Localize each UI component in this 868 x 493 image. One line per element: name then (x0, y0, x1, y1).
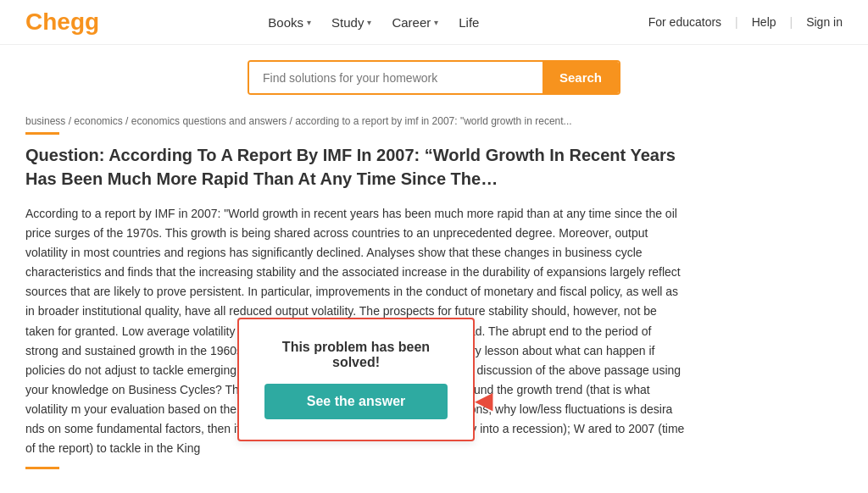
main-content: Question: According To A Report By IMF I… (0, 143, 712, 458)
nav-life[interactable]: Life (459, 15, 479, 30)
question-title-text: According To A Report By IMF In 2007: “W… (25, 146, 676, 188)
nav-study[interactable]: Study ▾ (331, 15, 371, 30)
sign-in-link[interactable]: Sign in (806, 15, 843, 29)
accent-line (25, 132, 59, 135)
search-section: Search (0, 45, 868, 110)
see-answer-button[interactable]: See the answer (264, 384, 448, 419)
header-actions: For educators | Help | Sign in (648, 15, 843, 29)
search-input[interactable] (249, 62, 542, 93)
search-container: Search (248, 60, 620, 95)
main-nav: Books ▾ Study ▾ Career ▾ Life (268, 15, 479, 30)
nav-career[interactable]: Career ▾ (392, 15, 438, 30)
for-educators-link[interactable]: For educators (648, 15, 721, 29)
nav-books[interactable]: Books ▾ (268, 15, 311, 30)
help-link[interactable]: Help (752, 15, 776, 29)
career-arrow-icon: ▾ (434, 18, 438, 27)
popup-solved: This problem has been solved! See the an… (237, 318, 475, 441)
popup-title: This problem has been solved! (264, 340, 448, 370)
divider-1: | (735, 15, 738, 29)
study-arrow-icon: ▾ (367, 18, 371, 27)
search-button[interactable]: Search (542, 62, 619, 93)
arrow-icon: ◀ (475, 386, 493, 414)
bottom-accent-line (25, 467, 59, 469)
content-area: According to a report by IMF in 2007: "W… (25, 204, 687, 458)
question-label: Question: (25, 146, 104, 164)
chegg-logo[interactable]: Chegg (25, 8, 99, 36)
books-arrow-icon: ▾ (307, 18, 311, 27)
question-title: Question: According To A Report By IMF I… (25, 143, 687, 191)
header: Chegg Books ▾ Study ▾ Career ▾ Life For … (0, 0, 868, 45)
divider-2: | (790, 15, 793, 29)
breadcrumb: business / economics / economics questio… (0, 110, 868, 132)
